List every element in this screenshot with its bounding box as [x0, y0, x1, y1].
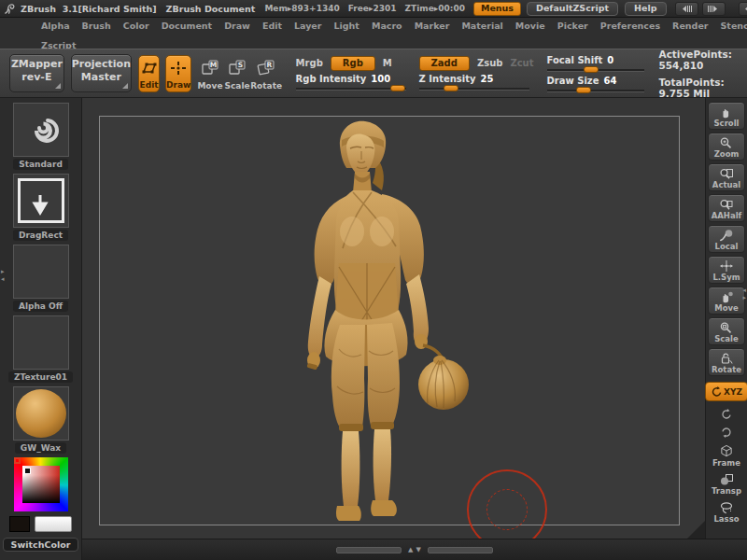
app-title: ZBrush 3.1[Richard Smith] [21, 4, 157, 14]
bottom-tray-toggle[interactable] [408, 546, 421, 553]
menu-item[interactable]: Light [334, 21, 359, 31]
main-color-swatch[interactable] [9, 516, 30, 532]
rotate-button[interactable]: Rotate [708, 348, 745, 376]
menu-item[interactable]: Marker [415, 21, 450, 31]
tray-handle-bar[interactable] [336, 547, 402, 553]
current-material-thumbnail[interactable] [13, 386, 69, 441]
lasso-button[interactable]: Lasso [709, 498, 744, 525]
move-badge-icon: M [201, 55, 219, 81]
ztime-stat: ZTime▸00:00 [405, 4, 465, 13]
actual-button[interactable]: Actual [708, 163, 745, 191]
document-canvas[interactable] [82, 98, 705, 539]
transp-button[interactable]: Transp [709, 470, 744, 497]
slider-thumb[interactable] [584, 66, 599, 73]
current-brush-thumbnail[interactable] [13, 103, 69, 157]
menus-button[interactable]: Menus [473, 2, 521, 16]
divider-close-icon [742, 295, 746, 301]
menu-item[interactable]: Stencil [721, 21, 747, 31]
help-button[interactable]: Help [625, 2, 666, 16]
tray-arrows-left-button[interactable] [675, 2, 698, 16]
rotate-gyro-button[interactable]: R Rotate [252, 55, 281, 92]
zcut-button[interactable]: Zcut [510, 58, 533, 68]
arrow-down-icon [416, 546, 421, 553]
secondary-color-swatch[interactable] [35, 516, 72, 532]
rotate-y-button[interactable] [709, 405, 744, 422]
left-tray: Standard DragRect Alpha Off ZTexture01 G… [0, 98, 82, 560]
menu-item[interactable]: Picker [557, 21, 588, 31]
rgb-button[interactable]: Rgb [331, 56, 375, 71]
menu-item[interactable]: Material [461, 21, 502, 31]
projection-master-button[interactable]: Projection Master [71, 54, 132, 92]
switch-color-button[interactable]: SwitchColor [3, 538, 79, 552]
rgb-intensity-value: 100 [371, 74, 390, 85]
move-gyro-button[interactable]: M Move [197, 55, 222, 92]
menu-item[interactable]: Macro [372, 21, 402, 31]
menu-item[interactable]: Movie [515, 21, 545, 31]
aahalf-button[interactable]: AAHalf [708, 194, 745, 222]
zmapper-button[interactable]: ZMapper rev-E [9, 54, 64, 92]
focal-shift-slider[interactable]: Focal Shift0 [547, 55, 644, 72]
edit-button[interactable]: Edit [138, 55, 160, 92]
current-texture-thumbnail[interactable] [13, 315, 69, 370]
mrgb-button[interactable]: Mrgb [296, 58, 323, 68]
dock-left-button[interactable] [739, 2, 747, 16]
left-tray-divider[interactable] [1, 269, 5, 282]
right-tray-divider[interactable] [742, 287, 746, 301]
menu-item[interactable]: Document [162, 21, 212, 31]
tray-arrows-right-button[interactable] [702, 2, 726, 16]
slider-thumb[interactable] [390, 85, 405, 91]
slider-thumb[interactable] [576, 87, 591, 93]
menu-item[interactable]: Render [672, 21, 708, 31]
magnifier-halfsize-icon [719, 197, 734, 211]
color-mode-group: Mrgb Rgb M Rgb Intensity100 [296, 56, 406, 91]
active-points: ActivePoints: 554,810 [659, 49, 747, 71]
rotate-z-button[interactable] [709, 424, 744, 441]
menu-item[interactable]: Color [123, 21, 149, 31]
mem-stat: Mem▸893+1340 [264, 4, 339, 13]
lsym-button[interactable]: L.Sym [708, 256, 745, 284]
zoom-button[interactable]: Zoom [708, 133, 745, 161]
menu-item[interactable]: Draw [224, 21, 250, 31]
z-intensity-slider[interactable]: Z Intensity25 [419, 74, 529, 91]
svg-text:S: S [238, 61, 243, 69]
right-tray: Scroll Zoom Actual AAHalf Local L.Sym Mo… [705, 98, 747, 539]
draw-size-slider[interactable]: Draw Size64 [547, 76, 644, 92]
draw-pointer-button[interactable]: Draw [165, 55, 191, 92]
move-button[interactable]: Move [708, 287, 745, 315]
scale-gyro-button[interactable]: S Scale [225, 55, 250, 92]
stroke-label: DragRect [13, 230, 68, 241]
local-button[interactable]: Local [708, 225, 745, 253]
menu-item[interactable]: Alpha [41, 21, 70, 31]
rotate-y-icon [720, 407, 733, 421]
m-button[interactable]: M [383, 58, 392, 68]
frame-button[interactable]: Frame [709, 442, 744, 469]
menu-item[interactable]: Preferences [600, 21, 660, 31]
rotate-z-icon [720, 426, 733, 440]
menu-item[interactable]: Edit [262, 21, 282, 31]
rgb-intensity-slider[interactable]: Rgb Intensity100 [296, 74, 406, 91]
current-alpha-thumbnail[interactable] [13, 245, 69, 299]
lasso-icon [719, 500, 734, 514]
popup-triangle-icon [55, 83, 61, 89]
material-label: GW_Wax [15, 442, 66, 454]
z-intensity-value: 25 [481, 74, 494, 85]
magnifier-document-icon [719, 166, 734, 180]
rotate-free-icon [711, 385, 723, 399]
xyz-button[interactable]: XYZ [705, 382, 747, 401]
menu-item[interactable]: Brush [82, 21, 111, 31]
color-picker[interactable] [14, 457, 68, 511]
free-stat: Free▸2301 [348, 4, 397, 13]
zsub-button[interactable]: Zsub [477, 58, 502, 68]
current-stroke-thumbnail[interactable] [13, 174, 69, 228]
top-shelf: ZMapper rev-E Projection Master Edit Dra… [0, 49, 747, 98]
default-zscript-button[interactable]: DefaultZScript [527, 2, 618, 16]
arrow-up-icon [408, 546, 413, 553]
zadd-button[interactable]: Zadd [419, 56, 470, 71]
divider-close-icon [1, 276, 5, 282]
tray-handle-bar[interactable] [428, 547, 493, 553]
scale-button[interactable]: Scale [708, 317, 745, 345]
scroll-button[interactable]: Scroll [708, 102, 745, 130]
zbrush-logo-icon [3, 2, 17, 16]
menu-item[interactable]: Layer [294, 21, 322, 31]
slider-thumb[interactable] [444, 85, 458, 91]
